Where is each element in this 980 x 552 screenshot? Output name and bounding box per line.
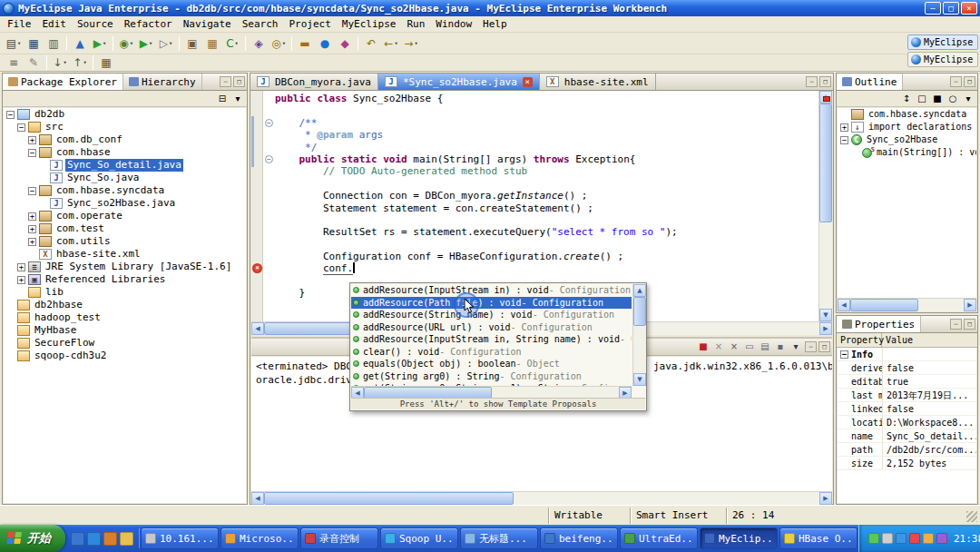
code-line[interactable]: [275, 214, 818, 226]
tray-icon-3[interactable]: [896, 533, 906, 544]
maximize-view-button[interactable]: □: [964, 319, 975, 330]
next-annotation-button[interactable]: ↓▾: [51, 54, 69, 72]
scroll-right-icon[interactable]: ▶: [964, 299, 976, 311]
expander-icon[interactable]: −: [6, 111, 15, 119]
scroll-thumb[interactable]: [819, 104, 832, 222]
completion-vscroll[interactable]: ▲▼: [632, 284, 646, 386]
scroll-thumb[interactable]: [633, 297, 646, 326]
taskbar-button-hbase-o[interactable]: HBase O...: [779, 527, 858, 549]
outline-tab-outline[interactable]: Outline: [837, 74, 903, 90]
resize-grip[interactable]: [966, 511, 977, 522]
dropdown-arrow-icon[interactable]: ▾: [235, 40, 239, 47]
property-row-editab[interactable]: −editabtrue: [838, 375, 976, 389]
completion-hscrollbar[interactable]: ◀▶: [351, 386, 632, 399]
properties-tab-properties[interactable]: Properties: [837, 316, 921, 332]
property-row-name[interactable]: −nameSync_So_detail...: [838, 429, 976, 443]
hide-static-members-button[interactable]: ■: [930, 92, 945, 105]
editor-tab-dbcon-myora-java[interactable]: JDBCon_myora.java: [250, 74, 378, 90]
minimize-view-button[interactable]: –: [950, 319, 962, 330]
new-class-button[interactable]: C▾: [223, 34, 241, 53]
perspective-button-1[interactable]: MyEclipse ...: [907, 34, 978, 50]
last-edit-location-button[interactable]: ↶: [362, 34, 380, 53]
tree-item-sync-so-java[interactable]: −JSync_So.java: [4, 172, 246, 184]
tray-icon-2[interactable]: [882, 533, 893, 544]
scroll-thumb[interactable]: [850, 299, 918, 311]
completion-item-3[interactable]: addResource(String name) : void - Config…: [351, 309, 632, 321]
outline-item-main-string-vo[interactable]: −Smain(String[]) : vo: [838, 146, 976, 159]
scroll-track[interactable]: [819, 104, 832, 309]
taskbar-button-sqoop-u[interactable]: Sqoop U...: [380, 527, 458, 549]
expander-icon[interactable]: −: [28, 187, 36, 195]
menu-help[interactable]: Help: [477, 17, 513, 31]
tree-item-src[interactable]: −src: [4, 121, 246, 133]
outline-item-com-hbase-syncdata[interactable]: −com.hbase.syncdata: [838, 108, 976, 121]
code-line[interactable]: [275, 239, 818, 251]
console-hscroll-area[interactable]: ◀▶: [251, 491, 832, 505]
tree-item-sync-so-detail-java[interactable]: −JSync_So_detail.java: [4, 159, 246, 172]
expander-icon[interactable]: −: [840, 350, 848, 359]
code-line[interactable]: conf.: [275, 262, 818, 274]
expander-icon[interactable]: −: [840, 136, 848, 144]
tree-item-com-hbase[interactable]: −com.hbase: [4, 146, 246, 159]
scroll-up-icon[interactable]: ▲: [633, 284, 646, 297]
tree-item-myhbase[interactable]: −MyHbase: [4, 324, 246, 337]
myeclipse-deploy-button[interactable]: ▲: [71, 34, 89, 53]
maximize-view-button[interactable]: □: [819, 76, 831, 87]
search-button[interactable]: ◎▾: [270, 34, 288, 53]
tree-item-sqoop-cdh3u2[interactable]: −sqoop-cdh3u2: [4, 350, 246, 362]
maximize-view-button[interactable]: □: [964, 76, 975, 87]
property-row-size[interactable]: −size2,152 bytes: [838, 457, 976, 470]
expander-icon[interactable]: +: [840, 123, 848, 132]
expander-icon[interactable]: +: [17, 276, 25, 284]
insert-mode-status[interactable]: Smart Insert: [630, 508, 719, 524]
package-explorer-tree[interactable]: −db2db−src+com.db_conf−com.hbase−JSync_S…: [4, 108, 246, 503]
open-console-button[interactable]: ▾: [789, 340, 803, 353]
menu-search[interactable]: Search: [237, 17, 284, 31]
folder-shortcut-button[interactable]: [120, 532, 133, 546]
code-line[interactable]: [275, 178, 818, 190]
minimize-view-button[interactable]: –: [805, 341, 817, 352]
menu-run[interactable]: Run: [401, 17, 430, 31]
console-hscrollbar[interactable]: ◀▶: [251, 491, 832, 505]
build-all-button[interactable]: ▦: [97, 54, 115, 72]
taskbar-button-ultraed[interactable]: UltraEd...: [620, 527, 698, 549]
scroll-thumb[interactable]: [264, 492, 514, 505]
code-line[interactable]: Configuration conf = HBaseConfiguration.…: [275, 251, 818, 262]
maximize-button[interactable]: □: [943, 2, 959, 15]
overview-error-marker[interactable]: [823, 96, 830, 102]
completion-list[interactable]: addResource(InputStream in) : void - Con…: [351, 284, 632, 386]
maximize-view-button[interactable]: □: [233, 76, 245, 87]
outline-item-import-declarations[interactable]: +↓import declarations: [838, 121, 976, 133]
tree-item-com-operate[interactable]: +com.operate: [4, 210, 246, 222]
scroll-down-icon[interactable]: ▼: [819, 309, 832, 321]
dropdown-arrow-icon[interactable]: ▾: [103, 40, 106, 47]
media-player-button[interactable]: [103, 532, 117, 546]
completion-hscroll[interactable]: ◀▶: [351, 386, 632, 399]
dropdown-arrow-icon[interactable]: ▾: [17, 40, 21, 47]
property-row-linked[interactable]: −linkedfalse: [838, 402, 976, 416]
tree-item-com-hbase-syncdata[interactable]: −com.hbase.syncdata: [4, 184, 246, 197]
taskbar-button-录音控制[interactable]: 录音控制: [300, 527, 378, 549]
start-button[interactable]: 开始: [0, 525, 65, 552]
hide-non-public-members-button[interactable]: ○: [946, 92, 960, 105]
external-tools-button[interactable]: ▷▾: [157, 34, 175, 53]
property-column-header[interactable]: Property: [837, 333, 882, 347]
editor-tab-sync-so2hbase-java[interactable]: J*Sync_so2Hbase.java×: [378, 74, 540, 90]
show-desktop-button[interactable]: [71, 532, 84, 546]
collapse-all-button[interactable]: ⊟: [215, 92, 230, 105]
scroll-down-icon[interactable]: ▼: [633, 373, 646, 386]
taskbar-button-10-161[interactable]: 10.161...: [141, 527, 219, 549]
menu-project[interactable]: Project: [283, 17, 336, 31]
tree-item-db2db[interactable]: −db2db: [4, 108, 246, 121]
code-line[interactable]: Statement statement = con.createStatemen…: [275, 202, 818, 214]
fold-collapse-icon[interactable]: −: [265, 155, 273, 163]
dropdown-arrow-icon[interactable]: ▾: [169, 40, 172, 47]
close-icon[interactable]: ×: [523, 77, 533, 87]
menu-source[interactable]: Source: [72, 17, 119, 31]
tray-icon-6[interactable]: [936, 533, 947, 544]
taskbar-button-beifeng[interactable]: beifeng...: [540, 527, 618, 549]
taskbar-button-microso[interactable]: Microso...: [220, 527, 299, 549]
minimize-view-button[interactable]: –: [220, 76, 231, 87]
sort-button[interactable]: ↕: [899, 92, 914, 105]
outline-tree[interactable]: −com.hbase.syncdata+↓import declarations…: [838, 108, 976, 298]
